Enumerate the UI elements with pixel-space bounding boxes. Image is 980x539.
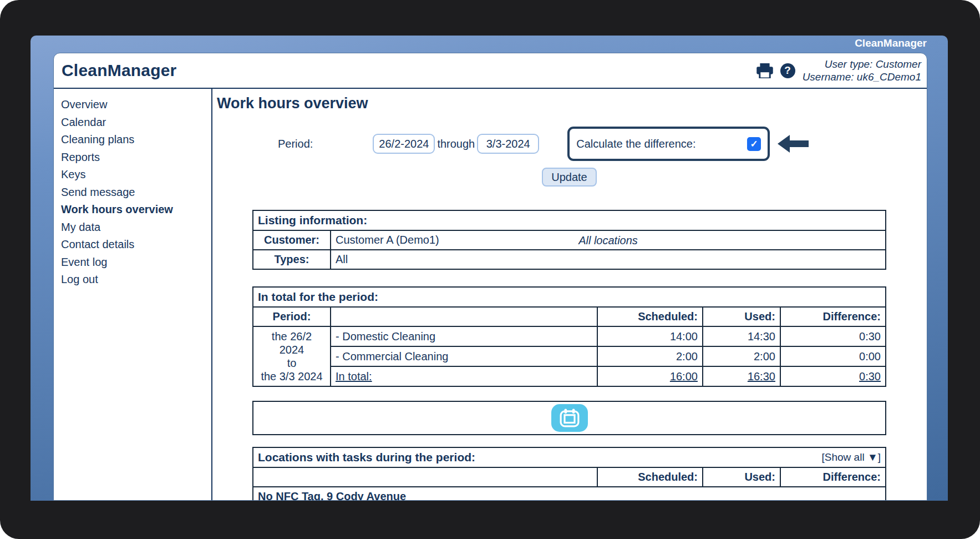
window-title-badge: CleanManager [855, 37, 927, 49]
customer-label: Customer: [253, 230, 331, 250]
update-button[interactable]: Update [542, 168, 597, 187]
calendar-icon[interactable] [551, 404, 588, 432]
period-from-input[interactable] [373, 134, 435, 154]
used-total: 16:30 [703, 366, 780, 386]
difference-column-header: Difference: [780, 467, 886, 487]
content-column: Period: through Calculate the difference… [252, 127, 886, 500]
header-right: ? User type: Customer Username: uk6_CDem… [756, 53, 921, 88]
user-type-label: User type: Customer [803, 58, 921, 70]
sidebar-item-overview[interactable]: Overview [61, 96, 211, 114]
annotation-arrow-icon [778, 135, 809, 153]
location-row: No NFC Tag. 9 Cody Avenue [253, 487, 886, 500]
sidebar-item-cleaning-plans[interactable]: Cleaning plans [61, 131, 211, 149]
period-line-1: the 26/2 2024 [258, 330, 326, 356]
help-glyph: ? [780, 63, 795, 78]
sidebar-item-event-log[interactable]: Event log [61, 254, 211, 271]
calculate-difference-group: Calculate the difference: ✓ [567, 127, 770, 161]
period-form: Period: through Calculate the difference… [252, 127, 886, 161]
scheduled-value: 2:00 [597, 346, 703, 366]
types-value-cell: All [331, 250, 886, 269]
username-label: Username: uk6_CDemo1 [803, 70, 921, 83]
empty-header-cell [253, 467, 597, 487]
in-total-row: In total: 16:00 16:30 0:30 [253, 366, 886, 386]
sidebar-item-reports[interactable]: Reports [61, 149, 211, 167]
used-column-header: Used: [703, 467, 780, 487]
period-to-input[interactable] [477, 134, 539, 154]
sidebar-item-send-message[interactable]: Send message [61, 184, 211, 202]
in-total-label: In total: [331, 366, 597, 386]
main-content: Work hours overview Period: through Calc… [212, 89, 927, 500]
listing-title-row: Listing information: [253, 210, 886, 230]
table-row: Customer: Customer A (Demo1) All locatio… [253, 230, 886, 250]
through-label: through [437, 138, 475, 150]
service-name: - Domestic Cleaning [331, 326, 597, 346]
sidebar-item-calendar[interactable]: Calendar [61, 114, 211, 132]
difference-total: 0:30 [780, 366, 886, 386]
period-line-2: to [258, 356, 326, 370]
customer-value-cell: Customer A (Demo1) All locations [331, 230, 886, 250]
difference-value: 0:30 [780, 326, 886, 346]
scheduled-value: 14:00 [597, 326, 703, 346]
difference-column-header: Difference: [780, 307, 886, 326]
table-row: Types: All [253, 250, 886, 269]
types-label: Types: [253, 250, 331, 269]
scheduled-column-header: Scheduled: [597, 467, 703, 487]
sidebar-item-log-out[interactable]: Log out [61, 271, 211, 289]
locations-title-cell: Locations with tasks during the period: … [253, 447, 886, 467]
show-all-dropdown[interactable]: [Show all ▼] [822, 451, 881, 464]
app-body: Overview Calendar Cleaning plans Reports… [54, 89, 927, 500]
period-range-cell: the 26/2 2024 to the 3/3 2024 [253, 326, 331, 386]
calculate-difference-label: Calculate the difference: [576, 138, 715, 150]
sidebar-item-my-data[interactable]: My data [61, 219, 211, 236]
help-icon[interactable]: ? [780, 63, 795, 78]
scheduled-column-header: Scheduled: [597, 307, 703, 326]
types-value: All [336, 253, 348, 265]
period-line-3: the 3/3 2024 [258, 370, 326, 383]
locations-title-row: Locations with tasks during the period: … [253, 447, 886, 467]
location-name: No NFC Tag. 9 Cody Avenue [253, 487, 886, 500]
service-name: - Commercial Cleaning [331, 346, 597, 366]
locations-table: Locations with tasks during the period: … [252, 447, 886, 500]
page-title: Work hours overview [217, 95, 927, 112]
app-header: CleanManager ? User type: Customer [54, 53, 927, 89]
table-row: the 26/2 2024 to the 3/3 2024 - Domestic… [253, 326, 886, 346]
used-value: 14:30 [703, 326, 780, 346]
browser-chrome: CleanManager CleanManager ? [31, 36, 948, 501]
totals-table: In total for the period: Period: Schedul… [252, 286, 886, 387]
listing-title: Listing information: [253, 210, 886, 230]
locations-title: Locations with tasks during the period: [258, 451, 475, 464]
sidebar-nav: Overview Calendar Cleaning plans Reports… [54, 89, 212, 500]
difference-value: 0:00 [780, 346, 886, 366]
totals-title-row: In total for the period: [253, 287, 886, 307]
locations-column-header-row: Scheduled: Used: Difference: [253, 467, 886, 487]
calculate-difference-checkbox[interactable]: ✓ [747, 137, 761, 151]
period-label: Period: [278, 138, 313, 150]
customer-value: Customer A (Demo1) [336, 234, 439, 246]
app-panel: CleanManager ? User type: Customer [53, 53, 927, 501]
table-row: - Commercial Cleaning 2:00 2:00 0:00 [253, 346, 886, 366]
scheduled-total: 16:00 [597, 366, 703, 386]
user-info: User type: Customer Username: uk6_CDemo1 [803, 58, 921, 83]
app-title: CleanManager [62, 61, 176, 80]
empty-header-cell [331, 307, 597, 326]
used-value: 2:00 [703, 346, 780, 366]
all-locations-note: All locations [578, 234, 638, 247]
totals-title: In total for the period: [253, 287, 886, 307]
print-icon[interactable] [756, 63, 773, 78]
calendar-box [252, 401, 886, 435]
period-column-header: Period: [253, 307, 331, 326]
sidebar-item-work-hours-overview[interactable]: Work hours overview [61, 201, 211, 219]
totals-column-header-row: Period: Scheduled: Used: Difference: [253, 307, 886, 326]
sidebar-item-contact-details[interactable]: Contact details [61, 236, 211, 254]
listing-information-table: Listing information: Customer: Customer … [252, 210, 886, 270]
sidebar-item-keys[interactable]: Keys [61, 166, 211, 184]
update-row: Update [252, 168, 886, 187]
used-column-header: Used: [703, 307, 780, 326]
device-frame: CleanManager CleanManager ? [0, 0, 980, 539]
